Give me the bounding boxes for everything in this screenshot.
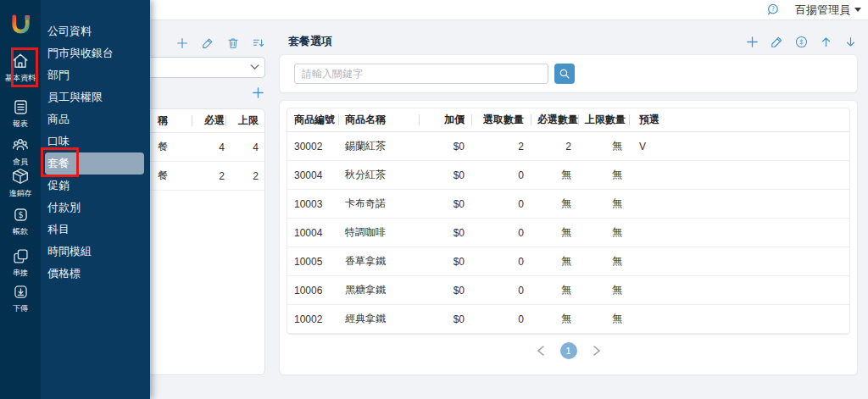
table-row[interactable]: 10006 黑糖拿鐵 $0 0 無 無 — [287, 276, 849, 305]
cell-required-qty: 2 — [531, 141, 578, 152]
col-product-name: 商品名稱 — [338, 113, 419, 127]
flyout-menu: 公司資料 門市與收銀台 部門 員工與權限 商品 口味 套餐 促銷 付款別 科目 … — [41, 0, 150, 399]
cell-pick-qty: 0 — [471, 285, 531, 296]
content-area: 稱 必選 上限 餐 4 4 餐 2 2 — [41, 20, 868, 399]
top-bar: ? 百揚管理員 — [41, 0, 868, 20]
flyout-item-products[interactable]: 商品 — [45, 108, 144, 130]
cell-product-name: 特調咖啡 — [338, 225, 419, 240]
flyout-item-stores[interactable]: 門市與收銀台 — [45, 42, 144, 64]
main-toolbar: $ — [745, 35, 858, 49]
sidebar-item-billing[interactable]: $ 帳款 — [0, 206, 41, 237]
flyout-item-subjects[interactable]: 科目 — [45, 219, 144, 241]
flyout-item-company[interactable]: 公司資料 — [45, 20, 144, 42]
svg-text:?: ? — [771, 5, 775, 13]
col-pick-qty: 選取數量 — [471, 113, 531, 127]
flyout-item-department[interactable]: 部門 — [45, 64, 144, 86]
help-magnifier-icon[interactable]: ? — [765, 3, 780, 17]
cell-product-name: 黑糖拿鐵 — [338, 283, 419, 297]
cell-limit-qty: 無 — [578, 312, 629, 326]
cell-required: 4 — [197, 141, 231, 153]
cell-limit-qty: 無 — [578, 197, 629, 211]
cell-limit-qty: 無 — [578, 168, 629, 182]
flyout-item-price-tag[interactable]: 價格標 — [45, 263, 144, 285]
cell-required-qty: 無 — [531, 312, 578, 326]
cell-pick-qty: 0 — [471, 169, 531, 181]
cell-product-id: 10002 — [287, 313, 338, 325]
cell-required-qty: 無 — [531, 254, 578, 269]
sidebar-item-inventory[interactable]: 進銷存 — [0, 167, 41, 199]
user-menu[interactable]: 百揚管理員 — [795, 3, 861, 18]
cell-limit: 2 — [231, 170, 264, 182]
sidebar-item-integration[interactable]: 串接 — [0, 247, 41, 279]
table-header-row: 商品編號 商品名稱 加價 選取數量 必選數量 上限數量 預選 — [287, 108, 849, 132]
cell-pick-qty: 0 — [471, 256, 531, 268]
cell-product-id: 30004 — [287, 169, 338, 181]
sidebar-item-label: 帳款 — [13, 226, 28, 237]
billing-icon: $ — [12, 206, 30, 224]
inventory-icon — [11, 167, 30, 186]
cell-product-id: 10006 — [287, 285, 338, 296]
cell-required: 2 — [197, 170, 231, 182]
page-prev-icon[interactable] — [535, 345, 547, 357]
cell-limit-qty: 無 — [578, 225, 629, 240]
search-icon — [559, 68, 570, 80]
flyout-item-payment[interactable]: 付款別 — [45, 197, 144, 219]
table-row[interactable]: 10003 卡布奇諾 $0 0 無 無 — [287, 190, 849, 219]
table-row[interactable]: 30004 秋分紅茶 $0 0 無 無 — [287, 161, 849, 190]
col-required-qty: 必選數量 — [531, 113, 578, 127]
cell-surcharge: $0 — [419, 141, 471, 152]
sidebar-item-basic-data[interactable]: 基本資料 — [0, 52, 41, 84]
col-product-id: 商品編號 — [287, 113, 338, 127]
cell-preselect: V — [629, 141, 849, 152]
move-up-icon[interactable] — [819, 35, 833, 49]
page-next-icon[interactable] — [591, 345, 603, 357]
sidebar-item-download[interactable]: 下傳 — [0, 283, 41, 314]
cell-product-name: 香草拿鐵 — [338, 254, 419, 269]
report-icon — [12, 98, 30, 116]
delete-icon[interactable] — [225, 36, 240, 50]
search-button[interactable] — [554, 64, 575, 84]
add-icon[interactable] — [251, 86, 265, 100]
app-window: ? 百揚管理員 — [0, 0, 868, 399]
table-row[interactable]: 30002 錫蘭紅茶 $0 2 2 無 V — [287, 132, 849, 161]
pagination: 1 — [287, 335, 850, 366]
sort-icon[interactable] — [251, 36, 265, 50]
sidebar-rail: 基本資料 報表 會員 進銷存 — [0, 0, 41, 399]
cell-surcharge: $0 — [419, 169, 471, 181]
options-table: 商品編號 商品名稱 加價 選取數量 必選數量 上限數量 預選 30002 錫蘭紅… — [287, 108, 850, 335]
cell-required-qty: 無 — [531, 283, 578, 297]
page-number-current[interactable]: 1 — [560, 342, 577, 359]
cell-pick-qty: 0 — [471, 313, 531, 325]
cell-required-qty: 無 — [531, 225, 578, 240]
sidebar-item-label: 進銷存 — [9, 188, 32, 199]
cell-product-id: 10004 — [287, 227, 338, 239]
flyout-item-flavors[interactable]: 口味 — [45, 130, 144, 152]
table-row[interactable]: 10002 經典拿鐵 $0 0 無 無 — [287, 305, 849, 334]
table-body: 30002 錫蘭紅茶 $0 2 2 無 V 30004 秋分紅茶 $0 — [287, 132, 849, 334]
cell-pick-qty: 2 — [471, 141, 531, 152]
sidebar-item-label: 報表 — [13, 119, 28, 130]
left-col-limit: 上限 — [231, 114, 264, 128]
sidebar-item-reports[interactable]: 報表 — [0, 98, 41, 130]
cell-surcharge: $0 — [419, 313, 471, 325]
table-row[interactable]: 10004 特調咖啡 $0 0 無 無 — [287, 219, 849, 247]
price-circle-icon[interactable]: $ — [794, 35, 809, 49]
svg-text:$: $ — [799, 38, 804, 46]
search-input[interactable] — [294, 64, 548, 84]
edit-icon[interactable] — [770, 35, 784, 49]
edit-icon[interactable] — [200, 36, 214, 50]
flyout-item-time-module[interactable]: 時間模組 — [45, 241, 144, 263]
flyout-item-set-meal[interactable]: 套餐 — [45, 152, 144, 175]
flyout-item-staff[interactable]: 員工與權限 — [45, 86, 144, 108]
add-icon[interactable] — [745, 35, 760, 49]
table-row[interactable]: 10005 香草拿鐵 $0 0 無 無 — [287, 247, 849, 276]
chevron-down-icon — [250, 64, 259, 70]
cell-required-qty: 無 — [531, 197, 578, 211]
main-header: 套餐選項 $ — [279, 31, 858, 52]
cell-product-name: 經典拿鐵 — [338, 312, 419, 326]
sidebar-item-label: 基本資料 — [5, 73, 36, 84]
flyout-item-promotions[interactable]: 促銷 — [45, 175, 144, 197]
sidebar-item-members[interactable]: 會員 — [0, 136, 41, 168]
add-icon[interactable] — [175, 36, 189, 50]
move-down-icon[interactable] — [843, 35, 858, 49]
